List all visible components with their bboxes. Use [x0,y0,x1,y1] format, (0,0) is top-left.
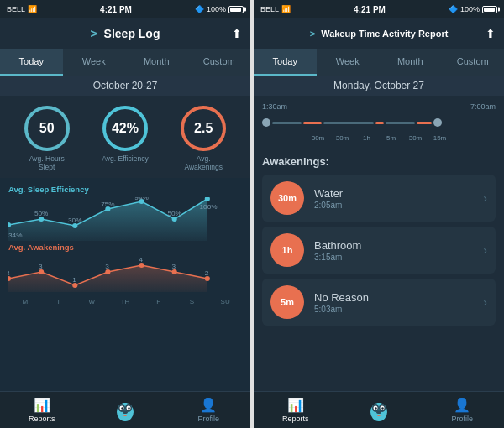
svg-text:2: 2 [205,269,209,277]
share-icon-right[interactable]: ⬆ [486,27,496,40]
nav-profile-left[interactable]: 👤 Profile [167,397,250,423]
nav-profile-right[interactable]: 👤 Profile [421,397,504,423]
awakening-reason-0: Water [314,187,483,200]
left-title: > Sleep Log [91,27,160,40]
svg-point-37 [123,410,128,414]
nav-owl-left[interactable] [83,397,166,424]
day-s: S [176,298,209,305]
tab-week-left[interactable]: Week [63,49,126,76]
awakenings-ring: 2.5 [181,106,226,151]
nav-owl-right[interactable] [337,397,420,424]
awakening-time-2: 5:03am [314,305,483,314]
svg-text:3: 3 [105,263,109,270]
left-title-bar: > Sleep Log ⬆ [0,18,250,49]
awakening-duration-0: 30m [270,181,304,215]
awakenings-title: Awakenings: [262,155,496,168]
profile-icon-right: 👤 [454,397,470,413]
awakening-duration-1: 1h [270,233,304,267]
sleep-stats: 50 Avg. Hours Slept 42% Avg. Efficiency … [0,96,250,178]
day-m: M [8,298,42,305]
awakening-reason-2: No Reason [314,291,483,304]
owl-icon-left [112,397,139,424]
wifi-icon-right: 📶 [281,5,291,13]
date-right: Monday, October 27 [254,76,504,96]
svg-text:75%: 75% [101,201,114,208]
svg-text:100%: 100% [200,203,218,211]
tl-30m-1: 30m [307,134,329,142]
tl-1h: 1h [356,134,378,142]
awakening-item-2[interactable]: 5m No Reason 5:03am › [262,279,496,326]
awakening-time-0: 2:05am [314,201,483,210]
awakening-info-2: No Reason 5:03am [314,291,483,314]
timeline-end: 7:00am [470,102,496,111]
awakenings-chart-title: Avg. Awakenings [8,243,242,252]
svg-point-45 [375,407,376,409]
bluetooth-icon-left: 🔷 [195,5,204,13]
battery-icon-right [482,6,497,13]
seg-6 [417,122,432,124]
timeline-times: 1:30am 7:00am [262,102,496,111]
awakening-reason-1: Bathroom [314,239,483,252]
timeline-start: 1:30am [262,102,287,111]
tl-30m-2: 30m [332,134,354,142]
tab-month-right[interactable]: Month [379,49,442,76]
svg-text:4: 4 [139,256,143,264]
svg-point-49 [377,415,381,416]
seg-4 [375,122,384,124]
battery-icon-left [228,6,244,13]
svg-text:50%: 50% [167,210,181,217]
right-title: > Wakeup Time Activity Report [310,29,449,39]
time-right: 4:21 PM [354,5,386,14]
seg-2 [303,122,322,124]
battery-right: 100% [460,5,480,13]
stat-hours: 50 Avg. Hours Slept [22,106,72,171]
svg-point-39 [123,415,127,416]
timeline-bar [262,114,496,131]
awakenings-chart: 2 3 1 3 4 3 2 [8,255,242,295]
tab-custom-left[interactable]: Custom [188,49,251,76]
awakening-item-1[interactable]: 1h Bathroom 3:15am › [262,227,496,274]
svg-text:2: 2 [8,269,10,277]
efficiency-chart-title: Avg. Sleep Efficiency [8,185,242,194]
stat-awakenings: 2.5 Avg. Awakenings [178,106,228,171]
svg-text:30%: 30% [68,217,81,224]
seg-1 [272,122,302,124]
left-bottom-nav: 📊 Reports 👤 Profile [0,391,250,428]
wifi-icon: 📶 [28,5,37,13]
awakening-item-0[interactable]: 30m Water 2:05am › [262,175,496,222]
nav-reports-right[interactable]: 📊 Reports [254,397,337,423]
nav-reports-left[interactable]: 📊 Reports [0,397,83,423]
svg-point-46 [381,407,383,409]
day-labels: M T W TH F S SU [8,295,242,308]
efficiency-ring: 42% [102,106,148,151]
tab-month-left[interactable]: Month [125,49,188,76]
chevron-icon-0: › [483,191,487,205]
svg-point-47 [376,410,381,414]
share-icon-left[interactable]: ⬆ [232,27,242,40]
battery-left: 100% [207,5,226,13]
bluetooth-icon-right: 🔷 [449,5,458,13]
carrier-left: BELL [7,5,25,13]
right-tab-bar: Today Week Month Custom [254,49,504,76]
stat-efficiency: 42% Avg. Efficiency [102,106,148,171]
left-status-bar: BELL 📶 4:21 PM 🔷 100% [0,0,250,18]
awakening-duration-2: 5m [270,285,304,319]
timeline-dot-start [262,118,270,127]
tl-15m: 15m [429,134,451,142]
awakening-info-0: Water 2:05am [314,187,483,210]
tab-custom-right[interactable]: Custom [442,49,505,76]
svg-text:94%: 94% [134,197,148,201]
efficiency-chart: 34% 50% 30% 75% 94% 50% 100% [8,197,242,241]
tab-today-right[interactable]: Today [254,49,317,76]
reports-icon-left: 📊 [34,397,50,413]
chevron-icon-2: › [483,295,487,309]
tab-today-left[interactable]: Today [0,49,63,76]
svg-text:3: 3 [172,263,176,270]
svg-text:50%: 50% [34,210,48,217]
day-w: W [75,298,108,305]
timeline-labels: 30m 30m 1h 5m 30m 15m [262,134,496,142]
seg-3 [323,122,374,124]
tab-week-right[interactable]: Week [317,49,380,76]
owl-icon-right [365,397,392,424]
left-phone: BELL 📶 4:21 PM 🔷 100% > Sleep Log ⬆ Toda… [0,0,250,428]
